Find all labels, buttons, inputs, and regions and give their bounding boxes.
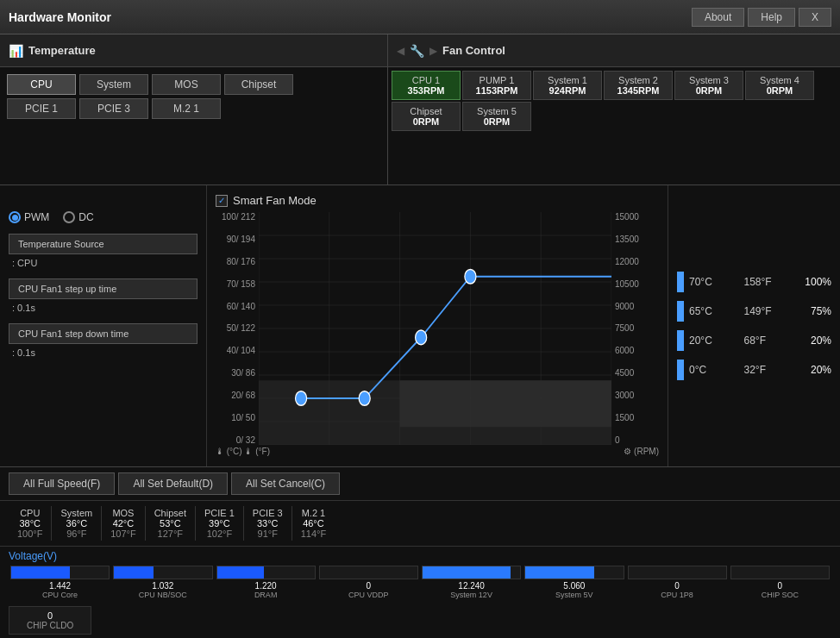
y-right-label: 6000 xyxy=(615,346,634,355)
title-bar-buttons: About Help X xyxy=(692,8,831,27)
y-left-label: 20/ 68 xyxy=(231,391,255,400)
app-title: Hardware Monitor xyxy=(9,10,692,24)
pwm-radio-circle xyxy=(9,211,21,223)
fan-arrow-icon: ◀ xyxy=(397,45,404,57)
y-left-label: 0/ 32 xyxy=(236,435,255,445)
left-controls: PWM DC Temperature Source : CPU CPU Fan1… xyxy=(0,185,207,466)
temp-btn-m.2-1[interactable]: M.2 1 xyxy=(152,98,221,119)
chip-cldo-name: CHIP CLDO xyxy=(27,621,73,630)
sensor-item-chipset: Chipset 53°C 127°F xyxy=(146,506,196,541)
pwm-dc-radio-group: PWM DC xyxy=(9,211,197,223)
chip-cldo-value: 0 xyxy=(27,610,73,621)
sensor-item-mos: MOS 42°C 107°F xyxy=(102,506,145,541)
chart-canvas[interactable] xyxy=(259,212,611,445)
main-container: 📊 Temperature CPUSystemMOSChipsetPCIE 1P… xyxy=(0,34,840,638)
bottom-section: All Full Speed(F) All Set Default(D) All… xyxy=(0,467,840,638)
legend-bar xyxy=(677,301,684,322)
close-button[interactable]: X xyxy=(799,8,831,27)
pwm-label: PWM xyxy=(24,211,49,223)
fan-controls-bar: All Full Speed(F) All Set Default(D) All… xyxy=(0,467,840,501)
y-left-label: 60/ 140 xyxy=(227,302,255,311)
temperature-panel: 📊 Temperature CPUSystemMOSChipsetPCIE 1P… xyxy=(0,34,388,185)
y-left-label: 40/ 104 xyxy=(227,346,255,355)
svg-point-21 xyxy=(465,269,476,284)
temp-btn-mos[interactable]: MOS xyxy=(152,74,221,95)
fan-icon: 🔧 xyxy=(410,44,424,58)
fan-item-7[interactable]: System 50RPM xyxy=(462,102,531,131)
temp-btn-chipset[interactable]: Chipset xyxy=(224,74,293,95)
y-right-label: 12000 xyxy=(615,257,639,266)
sensor-item-pcie 1: PCIE 1 39°C 102°F xyxy=(196,506,244,541)
about-button[interactable]: About xyxy=(692,8,744,27)
legend-bar xyxy=(677,360,684,380)
smart-fan-checkbox[interactable] xyxy=(216,195,228,207)
chip-cldo-item: 0 CHIP CLDO xyxy=(9,606,91,635)
fan-item-4[interactable]: System 30RPM xyxy=(674,71,743,100)
temp-source-section: Temperature Source : CPU xyxy=(9,234,197,268)
fan-item-5[interactable]: System 40RPM xyxy=(745,71,814,100)
temp-btn-pcie-3[interactable]: PCIE 3 xyxy=(79,98,148,119)
temp-btn-pcie-1[interactable]: PCIE 1 xyxy=(7,98,76,119)
y-right-label: 0 xyxy=(615,435,620,445)
temp-source-value: : CPU xyxy=(9,258,197,268)
y-left-label: 70/ 158 xyxy=(227,279,255,289)
full-speed-button[interactable]: All Full Speed(F) xyxy=(9,472,115,495)
chart-footer: 🌡 (°C) 🌡 (°F) ⚙ (RPM) xyxy=(216,445,659,458)
temp-panel-title: Temperature xyxy=(28,44,96,57)
y-left-label: 30/ 86 xyxy=(231,368,255,378)
fan-item-0[interactable]: CPU 1353RPM xyxy=(392,71,461,100)
chart-area: Smart Fan Mode 100/ 21290/ 19480/ 17670/… xyxy=(207,185,668,466)
fan-panel-header: ◀ 🔧 ▶ Fan Control xyxy=(388,34,840,67)
y-right-label: 9000 xyxy=(615,302,634,311)
chart-title: Smart Fan Mode xyxy=(233,194,317,207)
middle-section: PWM DC Temperature Source : CPU CPU Fan1… xyxy=(0,185,840,467)
fan-grid: CPU 1353RPMPUMP 11153RPMSystem 1924RPMSy… xyxy=(388,67,840,134)
fan-item-2[interactable]: System 1924RPM xyxy=(533,71,602,100)
y-right-label: 15000 xyxy=(615,212,639,222)
chart-container: 100/ 21290/ 19480/ 17670/ 15860/ 14050/ … xyxy=(216,212,659,445)
temp-source-button[interactable]: Temperature Source xyxy=(9,234,197,254)
fan-item-6[interactable]: Chipset0RPM xyxy=(392,102,461,131)
legend-bar xyxy=(677,272,684,292)
step-up-section: CPU Fan1 step up time : 0.1s xyxy=(9,278,197,313)
sensor-item-pcie 3: PCIE 3 33°C 91°F xyxy=(244,506,292,541)
fan-item-3[interactable]: System 21345RPM xyxy=(604,71,673,100)
temp-legend: 70°C 158°F 100% 65°C 149°F 75% 20°C 68°F… xyxy=(668,185,840,466)
rpm-unit: ⚙ (RPM) xyxy=(624,447,659,456)
legend-row-2: 20°C 68°F 20% xyxy=(677,330,831,351)
voltage-item-cpu-nb/soc: 1.032 CPU NB/SOC xyxy=(111,566,214,599)
step-down-button[interactable]: CPU Fan1 step down time xyxy=(9,323,197,344)
dc-radio[interactable]: DC xyxy=(63,211,93,223)
sensor-item-system: System 36°C 96°F xyxy=(52,506,102,541)
svg-point-18 xyxy=(296,391,307,406)
set-cancel-button[interactable]: All Set Cancel(C) xyxy=(231,472,340,495)
y-left-label: 100/ 212 xyxy=(222,212,255,222)
voltage-bars: 1.442 CPU Core 1.032 CPU NB/SOC 1.220 DR… xyxy=(9,566,831,599)
temp-btn-cpu[interactable]: CPU xyxy=(7,74,76,95)
pwm-radio[interactable]: PWM xyxy=(9,211,49,223)
temp-icon: 📊 xyxy=(9,44,23,58)
legend-row-0: 70°C 158°F 100% xyxy=(677,272,831,292)
legend-row-1: 65°C 149°F 75% xyxy=(677,301,831,322)
chart-header: Smart Fan Mode xyxy=(216,194,659,207)
y-left-label: 80/ 176 xyxy=(227,257,255,266)
voltage-label: Voltage(V) xyxy=(9,550,831,562)
step-down-value: : 0.1s xyxy=(9,347,197,358)
fan-item-1[interactable]: PUMP 11153RPM xyxy=(462,71,531,100)
step-down-section: CPU Fan1 step down time : 0.1s xyxy=(9,323,197,358)
step-up-value: : 0.1s xyxy=(9,303,197,313)
step-up-button[interactable]: CPU Fan1 step up time xyxy=(9,278,197,299)
y-left-label: 90/ 194 xyxy=(227,235,255,244)
temp-btn-system[interactable]: System xyxy=(79,74,148,95)
sensor-item-m.2 1: M.2 1 46°C 114°F xyxy=(292,506,335,541)
dc-radio-circle xyxy=(63,211,75,223)
chart-svg xyxy=(259,212,611,445)
svg-point-20 xyxy=(416,330,427,345)
set-default-button[interactable]: All Set Default(D) xyxy=(118,472,228,495)
y-right-label: 1500 xyxy=(615,413,634,422)
help-button[interactable]: Help xyxy=(748,8,795,27)
sensors-row: CPU 38°C 100°F System 36°C 96°F MOS 42°C… xyxy=(0,501,840,547)
y-left-label: 50/ 122 xyxy=(227,323,255,333)
y-right-label: 3000 xyxy=(615,391,634,400)
fan-arrow2-icon: ▶ xyxy=(429,45,437,57)
